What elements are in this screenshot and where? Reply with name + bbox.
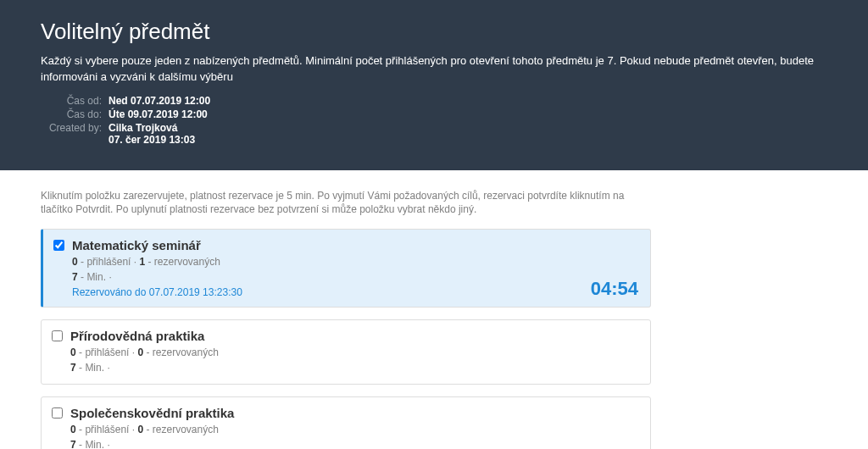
- page-title: Volitelný předmět: [41, 19, 827, 45]
- meta-value-time-to: Úte 09.07.2019 12:00: [108, 108, 210, 121]
- option-stats: 0 - přihlášení · 1 - rezervovaných 7 - M…: [72, 254, 640, 285]
- option-checkbox[interactable]: [52, 330, 63, 341]
- hint-text: Kliknutím položku zarezervujete, platnos…: [41, 189, 651, 218]
- content-area: Kliknutím položku zarezervujete, platnos…: [0, 170, 868, 449]
- stat-signed-label: přihlášení: [85, 346, 129, 358]
- option-checkbox[interactable]: [53, 240, 64, 251]
- stat-reserved-count: 0: [137, 424, 143, 435]
- meta-label-created-by: Created by:: [41, 121, 108, 147]
- stat-signed-count: 0: [70, 346, 76, 358]
- stat-min-count: 7: [70, 362, 76, 374]
- stat-signed-label: přihlášení: [86, 256, 131, 268]
- option-list: Matematický seminář 0 - přihlášení · 1 -…: [41, 229, 651, 449]
- option-stats: 0 - přihlášení · 0 - rezervovaných 7 - M…: [70, 422, 640, 449]
- option-title: Společenskovědní praktika: [70, 406, 640, 420]
- option-title: Přírodovědná praktika: [70, 329, 640, 343]
- page-description: Každý si vybere pouze jeden z nabízených…: [41, 53, 827, 86]
- meta-block: Čas od: Ned 07.07.2019 12:00 Čas do: Úte…: [41, 94, 210, 147]
- page-header: Volitelný předmět Každý si vybere pouze …: [0, 0, 868, 170]
- meta-value-time-from: Ned 07.07.2019 12:00: [108, 94, 210, 108]
- option-item[interactable]: Přírodovědná praktika 0 - přihlášení · 0…: [41, 319, 651, 385]
- option-item[interactable]: Společenskovědní praktika 0 - přihlášení…: [41, 396, 651, 449]
- stat-min-count: 7: [72, 271, 78, 283]
- stat-signed-label: přihlášení: [85, 424, 129, 435]
- meta-value-created-by: Cilka Trojková 07. čer 2019 13:03: [108, 121, 210, 147]
- stat-signed-count: 0: [70, 424, 76, 435]
- stat-reserved-count: 0: [137, 346, 143, 358]
- stat-min-label: Min.: [85, 439, 104, 449]
- stat-reserved-label: rezervovaných: [154, 256, 220, 268]
- reservation-timer: 04:54: [591, 278, 638, 300]
- stat-reserved-count: 1: [139, 256, 145, 268]
- option-checkbox[interactable]: [52, 407, 63, 419]
- stat-min-label: Min.: [86, 271, 106, 283]
- stat-min-count: 7: [70, 439, 76, 449]
- meta-label-time-from: Čas od:: [41, 94, 108, 108]
- option-item[interactable]: Matematický seminář 0 - přihlášení · 1 -…: [41, 229, 651, 308]
- reservation-expiry: Rezervováno do 07.07.2019 13:23:30: [72, 286, 640, 298]
- stat-reserved-label: rezervovaných: [153, 424, 219, 435]
- option-stats: 0 - přihlášení · 0 - rezervovaných 7 - M…: [70, 345, 640, 375]
- option-title: Matematický seminář: [72, 238, 640, 252]
- stat-signed-count: 0: [72, 256, 78, 268]
- stat-min-label: Min.: [85, 362, 104, 374]
- meta-label-time-to: Čas do:: [41, 108, 108, 121]
- stat-reserved-label: rezervovaných: [153, 346, 219, 358]
